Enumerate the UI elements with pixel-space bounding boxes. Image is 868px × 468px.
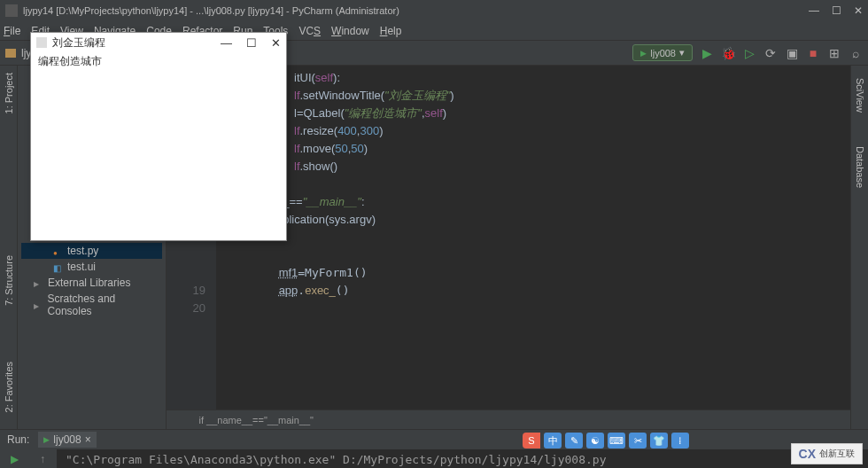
layout-icon[interactable]: ⊞: [827, 46, 841, 60]
run-gutter2: ↑ ↓: [28, 449, 57, 468]
ime-tool-icon[interactable]: ✂: [629, 433, 647, 448]
attach-icon[interactable]: ▣: [785, 46, 799, 60]
tab-structure[interactable]: 7: Structure: [2, 252, 16, 309]
window-title: ljypy14 [D:\MyProjects\python\ljypy14] -…: [23, 5, 809, 16]
run-gutter: ▶ ■ ⇅: [0, 449, 28, 468]
watermark-mark: CX: [799, 447, 816, 461]
tree-item-scratches[interactable]: Scratches and Consoles: [21, 291, 162, 319]
tree-item-testui[interactable]: test.ui: [21, 259, 162, 275]
scratch-icon: [34, 300, 44, 310]
run-config-selector[interactable]: ljy008 ▾: [632, 44, 693, 61]
tab-project[interactable]: 1: Project: [2, 69, 16, 117]
ime-menu-icon[interactable]: ⁞: [671, 433, 689, 448]
coverage-icon[interactable]: ▷: [742, 46, 756, 60]
python-file-icon: [53, 246, 64, 256]
app-window-icon: [36, 37, 47, 48]
library-icon: [34, 277, 44, 288]
run-panel: Run: ljy008 × ▶ ■ ⇅ ↑ ↓ "C:\Program File…: [0, 429, 868, 468]
editor-breadcrumb[interactable]: if __name__=="__main__": [167, 410, 850, 429]
close-button[interactable]: ✕: [854, 4, 863, 17]
run-tab[interactable]: ljy008 ×: [38, 432, 96, 448]
stop-icon[interactable]: ■: [806, 46, 820, 60]
menu-vcs[interactable]: VCS: [298, 25, 321, 37]
watermark-text: 创新互联: [819, 448, 855, 460]
ime-keyboard-icon[interactable]: ⌨: [608, 433, 625, 448]
left-tool-strip: 1: Project 7: Structure 2: Favorites: [0, 66, 18, 429]
app-label: 编程创造城市: [31, 52, 286, 71]
code-text[interactable]: itUI(self): lf.setWindowTitle("刘金玉编程") l…: [216, 66, 850, 410]
run-label: Run:: [7, 433, 29, 446]
ime-pen-icon[interactable]: ✎: [565, 433, 583, 448]
app-close-button[interactable]: ✕: [271, 36, 281, 50]
folder-icon: [5, 49, 16, 58]
debug-icon[interactable]: 🐞: [721, 46, 735, 60]
ime-skin-icon[interactable]: 👕: [650, 433, 668, 448]
search-icon[interactable]: ⌕: [849, 46, 863, 60]
app-window-title: 刘金玉编程: [52, 35, 221, 51]
ime-lang-icon[interactable]: 中: [544, 433, 562, 448]
ui-file-icon: [53, 261, 64, 272]
watermark-logo: CX 创新互联: [791, 443, 863, 464]
tab-database[interactable]: Database: [853, 143, 867, 191]
menu-window[interactable]: Window: [331, 25, 369, 37]
profile-icon[interactable]: ⟳: [763, 46, 778, 60]
app-preview-window[interactable]: 刘金玉编程 — ☐ ✕ 编程创造城市: [30, 32, 287, 241]
ime-toolbar: S 中 ✎ ☯ ⌨ ✂ 👕 ⁞: [523, 433, 689, 448]
console-output[interactable]: "C:\Program Files\Anaconda3\python.exe" …: [57, 449, 868, 468]
app-icon: [5, 4, 18, 17]
menu-help[interactable]: Help: [380, 25, 402, 37]
tab-favorites[interactable]: 2: Favorites: [2, 358, 16, 416]
ime-logo-icon[interactable]: S: [523, 433, 540, 448]
minimize-button[interactable]: —: [809, 4, 819, 17]
app-maximize-button[interactable]: ☐: [246, 36, 257, 50]
up-icon[interactable]: ↑: [40, 453, 45, 465]
tree-item-testpy[interactable]: test.py: [21, 243, 162, 259]
rerun-icon[interactable]: ▶: [11, 453, 19, 465]
window-controls: — ☐ ✕: [809, 4, 863, 17]
run-icon[interactable]: ▶: [700, 46, 714, 60]
window-titlebar: ljypy14 [D:\MyProjects\python\ljypy14] -…: [0, 0, 868, 21]
ime-mode-icon[interactable]: ☯: [586, 433, 604, 448]
app-minimize-button[interactable]: —: [221, 36, 232, 50]
app-titlebar: 刘金玉编程 — ☐ ✕: [31, 33, 286, 52]
run-panel-header: Run: ljy008 ×: [0, 430, 868, 449]
tab-sciview[interactable]: SciView: [853, 74, 867, 116]
menu-file[interactable]: File: [4, 25, 20, 37]
maximize-button[interactable]: ☐: [832, 4, 841, 17]
tree-item-external[interactable]: External Libraries: [21, 275, 162, 291]
right-tool-strip: SciView Database: [850, 66, 868, 429]
